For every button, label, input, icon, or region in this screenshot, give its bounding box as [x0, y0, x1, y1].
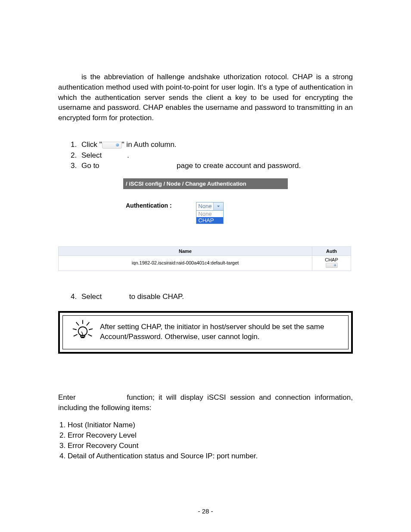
node-table: Name Auth iqn.1982-02.iscsiraid:raid-000… — [58, 246, 351, 271]
svg-line-1 — [76, 322, 79, 325]
breadcrumb: / iSCSI config / Node / Change Authentic… — [123, 178, 288, 189]
list-item: Host (Initiator Name) — [68, 420, 353, 430]
auth-row-button[interactable] — [326, 263, 338, 268]
table-row: iqn.1982-02.iscsiraid:raid-000a401c4:def… — [59, 255, 351, 271]
chap-intro-paragraph: is the abbreviation of hallenge andshake… — [58, 72, 353, 123]
svg-line-5 — [74, 334, 77, 336]
step-2: Select . — [79, 150, 353, 161]
svg-line-6 — [88, 334, 91, 336]
list-item: Error Recovery Count — [68, 441, 353, 451]
list-item: Error Recovery Level — [68, 430, 353, 441]
svg-line-2 — [87, 322, 89, 325]
table-cell-name: iqn.1982-02.iscsiraid:raid-000a401c4:def… — [59, 255, 312, 271]
authentication-option-chap[interactable]: CHAP — [196, 217, 223, 224]
lightbulb-icon — [69, 319, 97, 345]
authentication-label: Authentication : — [126, 202, 172, 209]
table-header-name: Name — [59, 246, 312, 255]
svg-line-3 — [73, 329, 76, 330]
session-intro: Enter function; it will display iSCSI se… — [58, 392, 353, 413]
list-item: Detail of Authentication status and Sour… — [68, 451, 353, 461]
table-header-auth: Auth — [312, 246, 351, 255]
authentication-dropdown-list[interactable]: None CHAP — [196, 211, 224, 224]
authentication-dropdown-value: None — [196, 202, 213, 210]
tip-callout: After setting CHAP, the initiator in hos… — [58, 311, 353, 354]
step-4: Select to disable CHAP. — [79, 292, 353, 302]
step-1: Click "" in Auth column. — [79, 140, 353, 150]
chevron-down-icon — [213, 202, 223, 210]
auth-column-button-icon — [102, 142, 122, 149]
tip-text: After setting CHAP, the initiator in hos… — [97, 322, 342, 342]
authentication-option-none[interactable]: None — [196, 211, 223, 217]
page-number: - 28 - — [0, 507, 411, 515]
authentication-dropdown[interactable]: None — [196, 202, 224, 211]
table-cell-auth: CHAP — [312, 255, 351, 271]
session-list: Host (Initiator Name) Error Recovery Lev… — [68, 420, 353, 461]
svg-line-4 — [89, 329, 92, 330]
step-3: Go to page to create account and passwor… — [79, 161, 353, 171]
